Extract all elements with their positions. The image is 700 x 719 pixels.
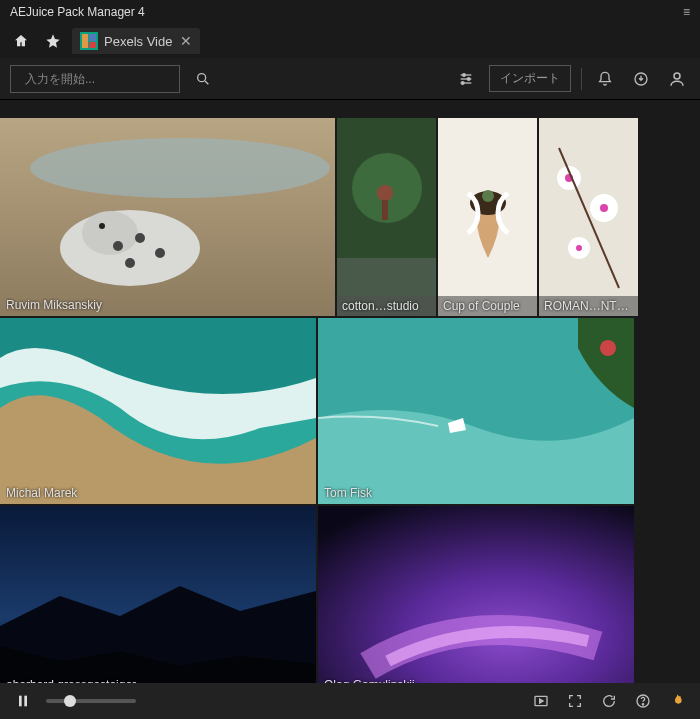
video-thumb[interactable]: Michal Marek: [0, 318, 316, 504]
gallery: Ruvim Miksanskiy cotton…studio Cup of Co: [0, 100, 700, 683]
svg-point-11: [467, 77, 470, 80]
author-label: Tom Fisk: [324, 486, 628, 500]
svg-rect-46: [19, 696, 22, 707]
import-button[interactable]: インポート: [489, 65, 571, 92]
video-thumb[interactable]: Cup of Couple: [438, 118, 537, 316]
flame-icon[interactable]: [666, 690, 688, 712]
menu-icon[interactable]: ≡: [683, 5, 690, 19]
svg-point-43: [600, 340, 616, 356]
sliders-icon[interactable]: [453, 66, 479, 92]
close-icon[interactable]: ✕: [180, 33, 192, 49]
download-icon[interactable]: [628, 66, 654, 92]
svg-point-9: [463, 73, 466, 76]
svg-point-28: [377, 185, 393, 201]
svg-point-50: [642, 704, 643, 705]
author-label: eberhard grossgasteiger: [6, 678, 310, 683]
refresh-icon[interactable]: [598, 690, 620, 712]
svg-point-24: [125, 258, 135, 268]
svg-line-7: [205, 81, 208, 84]
svg-rect-2: [89, 34, 96, 41]
svg-rect-3: [89, 42, 96, 48]
gallery-row: Ruvim Miksanskiy cotton…studio Cup of Co: [0, 118, 700, 316]
author-label: Cup of Couple: [438, 296, 537, 316]
video-thumb[interactable]: cotton…studio: [337, 118, 436, 316]
app-title: AEJuice Pack Manager 4: [10, 5, 145, 19]
svg-point-32: [482, 190, 494, 202]
expand-icon[interactable]: [564, 690, 586, 712]
pause-icon[interactable]: [12, 690, 34, 712]
home-icon[interactable]: [8, 28, 34, 54]
help-icon[interactable]: [632, 690, 654, 712]
user-icon[interactable]: [664, 66, 690, 92]
slider-knob[interactable]: [64, 695, 76, 707]
search-input[interactable]: [25, 72, 175, 86]
svg-point-17: [30, 138, 330, 198]
svg-point-13: [461, 81, 464, 84]
video-thumb[interactable]: Tom Fisk: [318, 318, 634, 504]
svg-point-20: [99, 223, 105, 229]
video-thumb[interactable]: Ruvim Miksanskiy: [0, 118, 335, 316]
tab-label: Pexels Vide: [104, 34, 172, 49]
zoom-slider[interactable]: [46, 699, 136, 703]
svg-point-21: [113, 241, 123, 251]
titlebar: AEJuice Pack Manager 4 ≡: [0, 0, 700, 24]
gallery-row: Michal Marek Tom Fisk: [0, 318, 700, 504]
search-box[interactable]: [10, 65, 180, 93]
author-label: Oleg Gamulinskii: [324, 678, 628, 683]
tabbar: Pexels Vide ✕: [0, 24, 700, 58]
toolbar: インポート: [0, 58, 700, 100]
pexels-icon: [80, 32, 98, 50]
bottombar: [0, 683, 700, 719]
video-thumb[interactable]: ROMAN…NTSOV: [539, 118, 638, 316]
svg-rect-47: [24, 696, 27, 707]
svg-point-6: [198, 73, 206, 81]
svg-point-19: [82, 211, 138, 255]
svg-point-39: [576, 245, 582, 251]
svg-point-15: [674, 73, 680, 79]
gallery-row: eberhard grossgasteiger Oleg Gamulinskii: [0, 506, 700, 683]
svg-rect-29: [382, 200, 388, 220]
svg-point-37: [600, 204, 608, 212]
search-go-icon[interactable]: [190, 66, 216, 92]
author-label: Ruvim Miksanskiy: [6, 298, 329, 312]
svg-point-23: [155, 248, 165, 258]
author-label: Michal Marek: [6, 486, 310, 500]
divider: [581, 68, 582, 90]
star-icon[interactable]: [40, 28, 66, 54]
author-label: cotton…studio: [337, 296, 436, 316]
bell-icon[interactable]: [592, 66, 618, 92]
tab-pexels-video[interactable]: Pexels Vide ✕: [72, 28, 200, 54]
svg-point-22: [135, 233, 145, 243]
author-label: ROMAN…NTSOV: [539, 296, 638, 316]
video-thumb[interactable]: eberhard grossgasteiger: [0, 506, 316, 683]
video-thumb[interactable]: Oleg Gamulinskii: [318, 506, 634, 683]
svg-rect-1: [82, 34, 88, 48]
preview-icon[interactable]: [530, 690, 552, 712]
